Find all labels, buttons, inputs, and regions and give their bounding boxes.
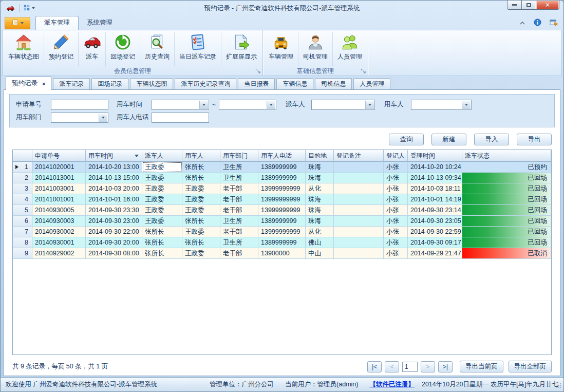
dialog-launcher-icon[interactable] — [255, 68, 261, 74]
ribbon-tab-2[interactable]: 系统管理 — [79, 16, 121, 30]
tab-close-icon[interactable]: × — [42, 81, 45, 87]
cell-use_time[interactable]: 2014-10-01 16:00 — [86, 194, 142, 205]
cell-registrar[interactable]: 小张 — [384, 173, 408, 183]
cell-user[interactable]: 张所长 — [182, 162, 220, 173]
cell-dispatcher[interactable]: 王政委 — [142, 194, 182, 205]
cell-user[interactable]: 王政委 — [182, 194, 220, 205]
cell-registrar[interactable]: 小张 — [384, 183, 408, 194]
cell-status[interactable]: 已回场 — [462, 237, 551, 248]
cell-remark[interactable] — [334, 227, 384, 237]
cell-accept_time[interactable]: 2014-10-01 14:19 — [408, 194, 462, 205]
cell-phone[interactable]: 13900000 — [258, 248, 306, 259]
cell-indicator[interactable]: 2 — [13, 173, 32, 183]
cell-remark[interactable] — [334, 216, 384, 227]
cell-department[interactable]: 老干部 — [220, 194, 258, 205]
cell-destination[interactable]: 珠海 — [306, 173, 334, 183]
page-number-input[interactable] — [402, 362, 418, 372]
export-button[interactable]: 导出 — [517, 134, 552, 145]
cell-indicator[interactable]: 6 — [13, 216, 32, 227]
cell-use_time[interactable]: 2014-09-30 20:00 — [86, 237, 142, 248]
doc-tab-司机信息[interactable]: 司机信息 — [315, 78, 352, 89]
license-link[interactable]: 【软件已注册】 — [369, 380, 415, 389]
user-combo[interactable] — [411, 100, 472, 110]
ribbon-button-yellow-car[interactable]: 车辆管理 — [264, 32, 298, 66]
cell-destination[interactable]: 佛山 — [306, 237, 334, 248]
cell-use_time[interactable]: 2014-09-30 23:30 — [86, 205, 142, 216]
cell-user[interactable]: 王政委 — [182, 248, 220, 259]
table-row[interactable]: 1201410200012014-10-20 13:00王政委张所长卫生所138… — [13, 162, 551, 173]
cell-registrar[interactable]: 小张 — [384, 227, 408, 237]
cell-status[interactable]: 已取消 — [462, 248, 551, 259]
prev-page-button[interactable]: < — [385, 361, 399, 372]
ribbon-button-checklist[interactable]: 当日派车记录 — [175, 32, 221, 66]
cell-user[interactable]: 王政委 — [182, 183, 220, 194]
cell-dispatcher[interactable]: 王政委 — [142, 216, 182, 227]
cell-dispatcher[interactable]: 王政委 — [142, 173, 182, 183]
close-button[interactable]: ✕ — [536, 1, 559, 10]
ribbon-button-house[interactable]: 车辆状态图 — [4, 32, 44, 66]
column-header-dispatcher[interactable]: 派车人 — [142, 150, 182, 162]
maximize-button[interactable] — [522, 1, 536, 10]
cell-request_no[interactable]: 20141013001 — [32, 173, 86, 183]
cell-destination[interactable]: 珠海 — [306, 205, 334, 216]
cell-registrar[interactable]: 小张 — [384, 237, 408, 248]
cell-indicator[interactable]: 9 — [13, 248, 32, 259]
cell-remark[interactable] — [334, 162, 384, 173]
table-row[interactable]: 6201409300032014-09-30 23:00王政委张所长卫生所138… — [13, 216, 551, 227]
cell-indicator[interactable]: 3 — [13, 183, 32, 194]
chevron-down-icon[interactable] — [99, 114, 107, 122]
dispatcher-combo[interactable] — [311, 100, 375, 110]
column-header-department[interactable]: 用车部门 — [220, 150, 258, 162]
sort-filter-icon[interactable] — [135, 155, 139, 157]
doc-tab-预约记录[interactable]: 预约记录× — [6, 77, 51, 90]
cell-phone[interactable]: 13999999999 — [258, 205, 306, 216]
ribbon-button-people[interactable]: 人员管理 — [333, 32, 367, 66]
cell-phone[interactable]: 1389999999 — [258, 237, 306, 248]
cell-user[interactable]: 张所长 — [182, 237, 220, 248]
cell-phone[interactable]: 13999999999 — [258, 227, 306, 237]
use-time-to-combo[interactable] — [219, 100, 276, 110]
chevron-down-icon[interactable] — [267, 101, 275, 109]
cell-phone[interactable]: 13999999999 — [258, 194, 306, 205]
doc-tab-车辆状态图[interactable]: 车辆状态图 — [130, 78, 173, 89]
cell-request_no[interactable]: 20140929002 — [32, 248, 86, 259]
collapse-chevron-icon[interactable] — [519, 20, 525, 27]
cell-registrar[interactable]: 小张 — [384, 216, 408, 227]
cell-department[interactable]: 老干部 — [220, 227, 258, 237]
doc-tab-车辆信息[interactable]: 车辆信息 — [276, 78, 313, 89]
cell-remark[interactable] — [334, 237, 384, 248]
cell-status[interactable]: 已回场 — [462, 227, 551, 237]
cell-remark[interactable] — [334, 183, 384, 194]
app-menu-button[interactable] — [5, 17, 30, 29]
cell-dispatcher[interactable]: 王政委 — [142, 162, 182, 173]
cell-user[interactable]: 王政委 — [182, 205, 220, 216]
cell-phone[interactable]: 1389999999 — [258, 162, 306, 173]
cell-remark[interactable] — [334, 248, 384, 259]
table-row[interactable]: 2201410130012014-10-13 15:00王政委张所长卫生所138… — [13, 173, 551, 183]
import-button[interactable]: 导入 — [474, 134, 509, 145]
cell-department[interactable]: 卫生所 — [220, 173, 258, 183]
cell-accept_time[interactable]: 2014-10-20 10:24 — [408, 162, 462, 173]
department-combo[interactable] — [51, 113, 108, 123]
cell-indicator[interactable]: 7 — [13, 227, 32, 237]
table-row[interactable]: 8201409300012014-09-30 20:00张所长张所长卫生所138… — [13, 237, 551, 248]
cell-department[interactable]: 老干部 — [220, 183, 258, 194]
cell-remark[interactable] — [334, 205, 384, 216]
export-current-page-button[interactable]: 导出当前页 — [460, 361, 503, 372]
cell-remark[interactable] — [334, 194, 384, 205]
cell-remark[interactable] — [334, 173, 384, 183]
column-header-request_no[interactable]: 申请单号 — [32, 150, 86, 162]
column-header-registrar[interactable]: 登记人 — [384, 150, 408, 162]
cell-status[interactable]: 已回场 — [462, 205, 551, 216]
cell-use_time[interactable]: 2014-10-13 15:00 — [86, 173, 142, 183]
cell-accept_time[interactable]: 2014-09-30 09:17 — [408, 237, 462, 248]
cell-dispatcher[interactable]: 张所长 — [142, 237, 182, 248]
cell-indicator[interactable]: 5 — [13, 205, 32, 216]
cell-use_time[interactable]: 2014-09-30 23:00 — [86, 216, 142, 227]
cell-indicator[interactable]: 4 — [13, 194, 32, 205]
ribbon-button-history-search[interactable]: 历史查询 — [140, 32, 175, 66]
cell-destination[interactable]: 珠海 — [306, 194, 334, 205]
cell-phone[interactable]: 13999999999 — [258, 183, 306, 194]
skin-icon[interactable] — [550, 18, 558, 28]
cell-accept_time[interactable]: 2014-09-30 22:59 — [408, 227, 462, 237]
